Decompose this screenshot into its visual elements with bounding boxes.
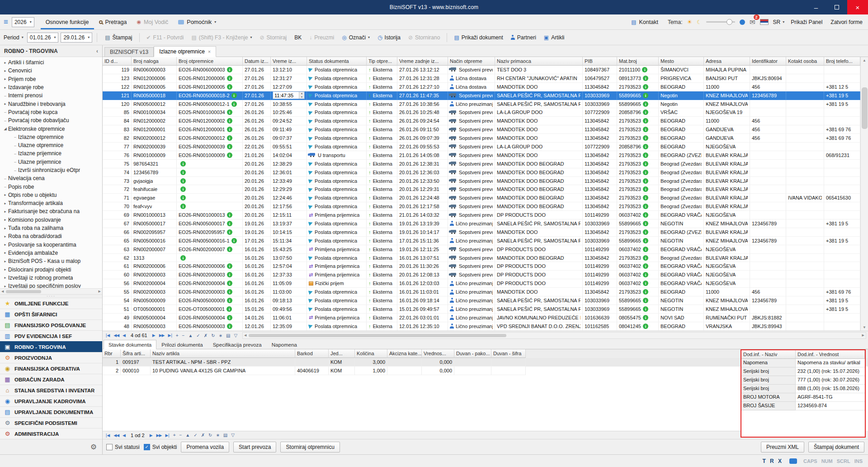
maximize-button[interactable] (826, 0, 847, 14)
items-column-header-ifra-arti[interactable]: Šifra arti... (121, 349, 151, 358)
mail-icon[interactable]: ✉2 (750, 18, 755, 26)
button-tampaj-dokument[interactable]: Štampaj dokument (808, 442, 864, 453)
column-header-matbroj[interactable]: Mat.broj (617, 57, 659, 66)
theme-slider[interactable] (706, 21, 735, 23)
table-row[interactable]: 77RN002000039EO25-RN002000039i22.01.2609… (103, 143, 860, 151)
date-from-input[interactable]: 01.01.26 ▾ (27, 33, 59, 43)
spin-down-icon[interactable]: ▼ (299, 95, 304, 99)
module-upravljanje-kadrovima[interactable]: ◉UPRAVLJANJE KADROVIMA (0, 396, 102, 406)
column-header-zadnje[interactable]: Vreme zadnje iz... (397, 57, 448, 66)
tree-collapsed-icon[interactable]: ▸ (2, 276, 8, 280)
detail-tab-napomena[interactable]: Napomena (267, 340, 302, 349)
detail-tab-prilozi-dokumenta[interactable]: Prilozi dokumenta (156, 340, 208, 349)
tree-collapsed-icon[interactable]: ▸ (2, 102, 8, 106)
tree-collapsed-icon[interactable]: ▸ (2, 61, 8, 65)
table-row[interactable]: 72feahifucaiei20.01.2612:29:29Poslata ot… (103, 185, 860, 194)
nav-bookmark-icon[interactable]: ∗ (214, 433, 221, 438)
nav-next-icon[interactable]: ▶ (151, 333, 157, 338)
vertical-scrollbar[interactable]: ▲ ▼ (860, 57, 868, 331)
column-header-otp[interactable]: Broj otpremnice (177, 57, 243, 66)
column-header-naziv[interactable]: Naziv primaoca (495, 57, 583, 66)
nav-edit-icon[interactable]: ▲ (187, 333, 194, 338)
hscroll-track[interactable] (5, 290, 97, 294)
table-row[interactable]: 123RN012000006EO26-RN012000006i27.01.261… (103, 74, 860, 83)
tree-item-prijem-robe[interactable]: ▸Prijem robe (0, 75, 102, 83)
table-row[interactable]: 65RN005000016EO26-RN005000016-1i17.01.26… (103, 237, 860, 245)
scroll-right-icon[interactable]: ▶ (97, 290, 102, 293)
toolbar-button-bk[interactable]: BK (291, 32, 305, 43)
table-row[interactable]: 56RN002000004EO26-RN002000004i16.01.2611… (103, 279, 860, 288)
nav-post-icon[interactable]: ✓ (192, 433, 198, 438)
column-header-mesto[interactable]: Mesto (659, 57, 704, 66)
tree-collapsed-icon[interactable]: ▸ (2, 284, 8, 288)
chat-icon[interactable] (789, 458, 797, 464)
table-row[interactable]: 49RN005000004EO26-RN005000004i14.01.2611… (103, 314, 860, 322)
vscroll-thumb[interactable] (862, 87, 868, 129)
table-row[interactable]: 71egvaegaei20.01.2612:24:46Poslata otpre… (103, 194, 860, 202)
nav-bookmark-icon[interactable]: ∗ (217, 333, 224, 338)
nav-prev-icon[interactable]: ◀ (121, 433, 127, 438)
tree-item-popis-robe[interactable]: –Popis robe (0, 182, 102, 191)
toolbar-button-prika-i-dokument[interactable]: ▤Prikaži dokument (451, 32, 506, 43)
toolbar-button-artikli[interactable]: ▣Artikli (541, 32, 568, 43)
tree-collapsed-icon[interactable]: ▸ (2, 226, 8, 230)
tree-item-biznisoft-pos-kasa-u-malop[interactable]: ▸BizniSoft POS - Kasa u malop (0, 257, 102, 265)
prikazi-panel-button[interactable]: Prikaži Panel (789, 19, 824, 25)
module-pdv-evidencija-i-sef[interactable]: ▥PDV EVIDENCIJA I SEF (0, 330, 102, 341)
table-row[interactable]: 55RN002000003EO26-RN002000003i16.01.2611… (103, 288, 860, 296)
items-column-header-jed[interactable]: Jed... (329, 349, 355, 358)
zatvori-forme-button[interactable]: Zatvori forme (829, 19, 864, 25)
toolbar-button-istorija[interactable]: ◷Istorija (374, 32, 404, 43)
tree-item-narud-bine-i-trebovanja[interactable]: ▸Narudžbine i trebovanja (0, 100, 102, 108)
spin-up-icon[interactable]: ▲ (299, 92, 304, 95)
checkbox-svi-objekti[interactable]: ✓Svi objekti (144, 444, 177, 450)
dodinf-row[interactable]: Serijski broj888 (1,00) (rok: 15.08.2026… (741, 385, 865, 393)
nav-prev-page-icon[interactable]: ◀◀ (112, 433, 120, 438)
tree-collapsed-icon[interactable]: ▸ (2, 267, 8, 272)
tree-collapsed-icon[interactable]: ▸ (2, 243, 8, 247)
nav-filter-icon[interactable]: ▽ (232, 333, 239, 338)
tree-collapsed-icon[interactable]: ▸ (2, 86, 8, 90)
tree-item-povra-aj-robe-dobavlja-u[interactable]: –Povraćaj robe dobavljaču (0, 116, 102, 124)
button-storniraj-otpremnicu[interactable]: Storniraj otpremnicu (280, 442, 340, 453)
dodinf-row[interactable]: NapomenaNapomena za stavku/ artikal (741, 359, 865, 367)
tree-collapsed-icon[interactable]: ▸ (2, 69, 8, 73)
button-promena-vozila[interactable]: Promena vozila (181, 442, 229, 453)
tree-hscrollbar[interactable]: ◀ ▶ (0, 288, 102, 294)
nav-delete-icon[interactable]: − (181, 333, 186, 338)
time-editor[interactable]: 11:47:35▲▼ (273, 91, 305, 99)
column-header-pib[interactable]: PIB (583, 57, 617, 66)
nav-last-icon[interactable]: ▶| (167, 333, 174, 338)
table-row[interactable]: 63RN002000007EO26-RN002000007i16.01.2615… (103, 245, 860, 254)
table-row[interactable]: 120RN005000012EO26-RN005000012-1i27.01.2… (103, 100, 860, 109)
checkbox-svi-statusi[interactable]: Svi statusi (106, 444, 140, 450)
module-op-ti-ifarnici[interactable]: ▦OPŠTI ŠIFARNICI (0, 309, 102, 319)
nav-next-page-icon[interactable]: ▶▶ (158, 333, 166, 338)
nav-last-icon[interactable]: ▶| (164, 433, 170, 438)
table-row[interactable]: 122RN012000005EO26-RN012000005i27.01.261… (103, 83, 860, 91)
nav-first-icon[interactable]: |◀ (104, 333, 111, 338)
tree-expanded-icon[interactable]: ◢ (2, 127, 8, 131)
items-column-header-vrednos[interactable]: Vrednos... (422, 349, 454, 358)
table-row[interactable]: 83RN012000001EO26-RN012000001i26.01.2609… (103, 125, 860, 134)
tree-item-izve-taji-po-specifi-nim-poslov[interactable]: ▸Izveštaji po specifičnim poslov (0, 282, 102, 288)
column-header-datum[interactable]: Datum iz... (243, 57, 271, 66)
nav-insert-icon[interactable]: + (172, 433, 177, 438)
tree-item-ulazne-otpremnice[interactable]: –Ulazne otpremnice (0, 141, 102, 149)
column-header-telefon[interactable]: Broj telefo... (824, 57, 860, 66)
kontakt-button[interactable]: ▤ Kontakt (626, 19, 663, 25)
nav-cancel-icon[interactable]: ✗ (203, 333, 209, 338)
spinner-buttons[interactable]: ▲▼ (299, 92, 304, 99)
nav-goto-bookmark-icon[interactable]: ▤ (222, 433, 229, 438)
tree-item-nivelacija-cena[interactable]: –Nivelacija cena (0, 174, 102, 182)
menu-item-osnovne-funkcije[interactable]: Osnovne funkcije (41, 14, 94, 29)
table-row[interactable]: 621313i16.01.2613:07:50Poslata otpremnic… (103, 254, 860, 262)
column-header-nalog[interactable]: Broj naloga (132, 57, 177, 66)
items-column-header-duvan-pako[interactable]: Duvan - pako... (454, 349, 491, 358)
dodinf-row[interactable]: BROJ MOTORAAGRF-8541-TG (741, 393, 865, 402)
items-column-header-duvan-ifra[interactable]: Duvan - šifra (491, 349, 526, 358)
tree-collapsed-icon[interactable]: ▸ (2, 210, 8, 214)
items-column-header-akcizna-kate[interactable]: Akcizna kate... (387, 349, 422, 358)
items-column-header-barkod[interactable]: Barkod (295, 349, 329, 358)
button-start-prevoza[interactable]: Start prevoza (233, 442, 276, 453)
